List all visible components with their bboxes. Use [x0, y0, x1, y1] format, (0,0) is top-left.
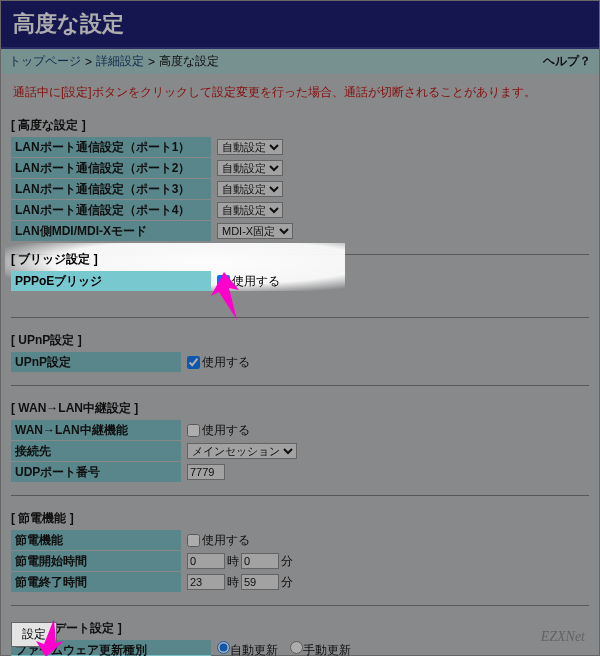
label-lan1: LANポート通信設定（ポート1）: [11, 137, 211, 157]
crumb-current: 高度な設定: [159, 53, 219, 70]
warning-text: 通話中に[設定]ボタンをクリックして設定変更を行った場合、通話が切断されることが…: [1, 74, 599, 111]
radio-manual[interactable]: [290, 641, 303, 654]
radio-auto[interactable]: [217, 641, 230, 654]
label-start: 節電開始時間: [11, 551, 181, 571]
relay-use-label: 使用する: [202, 422, 250, 439]
input-start-h[interactable]: [187, 553, 225, 569]
crumb-top[interactable]: トップページ: [9, 53, 81, 70]
label-relay: WAN→LAN中継機能: [11, 420, 181, 440]
crumb-detail[interactable]: 詳細設定: [96, 53, 144, 70]
section-update: [ アップデート設定 ]: [11, 616, 589, 640]
select-dest[interactable]: メインセッション: [187, 443, 297, 459]
section-power: [ 節電機能 ]: [11, 506, 589, 530]
section-advanced: [ 高度な設定 ]: [11, 113, 589, 137]
crumb-sep: >: [85, 55, 92, 69]
select-lan4[interactable]: 自動設定: [217, 202, 283, 218]
checkbox-relay[interactable]: [187, 424, 200, 437]
section-bridge: [ ブリッジ設定 ]: [11, 247, 286, 271]
input-udp[interactable]: [187, 464, 225, 480]
label-mdi: LAN側MDI/MDI-Xモード: [11, 221, 211, 241]
watermark: EZXNet: [541, 629, 585, 645]
select-lan3[interactable]: 自動設定: [217, 181, 283, 197]
checkbox-upnp[interactable]: [187, 356, 200, 369]
section-upnp: [ UPnP設定 ]: [11, 328, 589, 352]
label-udp: UDPポート番号: [11, 462, 181, 482]
help-link[interactable]: ヘルプ？: [543, 53, 591, 70]
input-end-m[interactable]: [241, 574, 279, 590]
input-start-m[interactable]: [241, 553, 279, 569]
select-mdi[interactable]: MDI-X固定: [217, 223, 293, 239]
label-dest: 接続先: [11, 441, 181, 461]
select-lan1[interactable]: 自動設定: [217, 139, 283, 155]
label-lan3: LANポート通信設定（ポート3）: [11, 179, 211, 199]
label-lan4: LANポート通信設定（ポート4）: [11, 200, 211, 220]
power-use-label: 使用する: [202, 532, 250, 549]
crumb-sep: >: [148, 55, 155, 69]
label-power: 節電機能: [11, 530, 181, 550]
label-upnp: UPnP設定: [11, 352, 181, 372]
submit-button[interactable]: 設定: [11, 622, 57, 647]
label-lan2: LANポート通信設定（ポート2）: [11, 158, 211, 178]
checkbox-pppoe[interactable]: [217, 275, 230, 288]
upnp-use-label: 使用する: [202, 354, 250, 371]
label-pppoe: PPPoEブリッジ: [11, 271, 211, 291]
page-title: 高度な設定: [1, 1, 599, 49]
input-end-h[interactable]: [187, 574, 225, 590]
pppoe-use-label: 使用する: [232, 273, 280, 290]
checkbox-power[interactable]: [187, 534, 200, 547]
label-end: 節電終了時間: [11, 572, 181, 592]
section-wanlan: [ WAN→LAN中継設定 ]: [11, 396, 589, 420]
select-lan2[interactable]: 自動設定: [217, 160, 283, 176]
breadcrumb: トップページ > 詳細設定 > 高度な設定 ヘルプ？: [1, 49, 599, 74]
